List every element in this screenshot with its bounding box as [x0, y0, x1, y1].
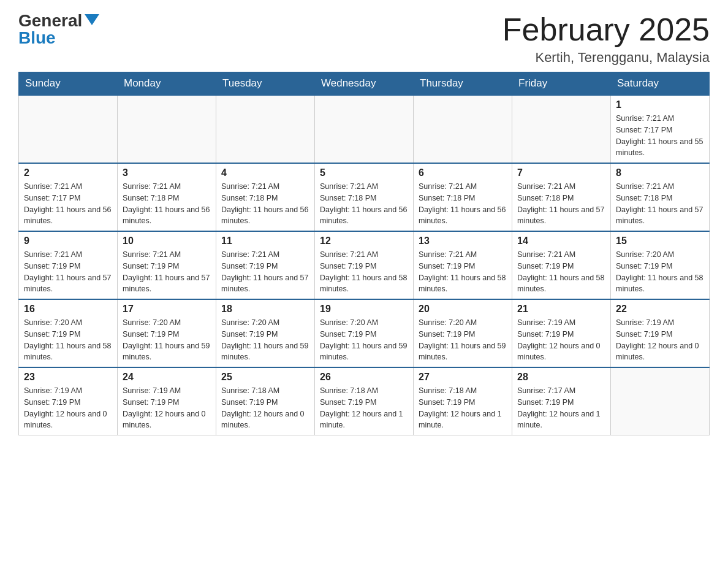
day-info: Sunrise: 7:21 AMSunset: 7:18 PMDaylight:…	[320, 181, 408, 227]
calendar-day-cell: 17 Sunrise: 7:20 AMSunset: 7:19 PMDaylig…	[118, 299, 216, 367]
title-block: February 2025 Kertih, Terengganu, Malays…	[502, 12, 710, 66]
calendar-day-cell: 13 Sunrise: 7:21 AMSunset: 7:19 PMDaylig…	[414, 231, 512, 299]
day-info: Sunrise: 7:18 AMSunset: 7:19 PMDaylight:…	[419, 385, 507, 431]
day-number: 18	[221, 304, 309, 315]
calendar-day-cell: 5 Sunrise: 7:21 AMSunset: 7:18 PMDayligh…	[315, 163, 414, 231]
calendar-day-cell: 6 Sunrise: 7:21 AMSunset: 7:18 PMDayligh…	[414, 163, 512, 231]
calendar-day-cell: 4 Sunrise: 7:21 AMSunset: 7:18 PMDayligh…	[216, 163, 315, 231]
day-info: Sunrise: 7:21 AMSunset: 7:18 PMDaylight:…	[616, 181, 704, 227]
calendar-day-cell: 7 Sunrise: 7:21 AMSunset: 7:18 PMDayligh…	[512, 163, 611, 231]
day-info: Sunrise: 7:20 AMSunset: 7:19 PMDaylight:…	[123, 317, 211, 363]
day-info: Sunrise: 7:19 AMSunset: 7:19 PMDaylight:…	[616, 317, 704, 363]
day-info: Sunrise: 7:21 AMSunset: 7:18 PMDaylight:…	[221, 181, 309, 227]
day-number: 2	[24, 167, 112, 178]
day-number: 1	[616, 99, 704, 110]
calendar-day-cell: 19 Sunrise: 7:20 AMSunset: 7:19 PMDaylig…	[315, 299, 414, 367]
day-number: 28	[517, 372, 605, 383]
day-number: 20	[419, 304, 507, 315]
calendar-day-cell: 22 Sunrise: 7:19 AMSunset: 7:19 PMDaylig…	[611, 299, 710, 367]
calendar-day-cell: 11 Sunrise: 7:21 AMSunset: 7:19 PMDaylig…	[216, 231, 315, 299]
calendar-day-cell: 20 Sunrise: 7:20 AMSunset: 7:19 PMDaylig…	[414, 299, 512, 367]
day-info: Sunrise: 7:18 AMSunset: 7:19 PMDaylight:…	[320, 385, 408, 431]
calendar-day-cell: 18 Sunrise: 7:20 AMSunset: 7:19 PMDaylig…	[216, 299, 315, 367]
calendar-day-cell: 9 Sunrise: 7:21 AMSunset: 7:19 PMDayligh…	[19, 231, 118, 299]
day-info: Sunrise: 7:20 AMSunset: 7:19 PMDaylight:…	[221, 317, 309, 363]
day-number: 26	[320, 372, 408, 383]
week-row-3: 9 Sunrise: 7:21 AMSunset: 7:19 PMDayligh…	[19, 231, 710, 299]
logo-general-text: General	[18, 12, 99, 29]
day-info: Sunrise: 7:21 AMSunset: 7:19 PMDaylight:…	[419, 249, 507, 295]
day-number: 27	[419, 372, 507, 383]
calendar-day-cell	[512, 95, 611, 163]
calendar-day-cell: 25 Sunrise: 7:18 AMSunset: 7:19 PMDaylig…	[216, 367, 315, 435]
col-monday: Monday	[118, 72, 216, 96]
day-number: 19	[320, 304, 408, 315]
day-info: Sunrise: 7:20 AMSunset: 7:19 PMDaylight:…	[616, 249, 704, 295]
calendar-day-cell: 21 Sunrise: 7:19 AMSunset: 7:19 PMDaylig…	[512, 299, 611, 367]
day-info: Sunrise: 7:17 AMSunset: 7:19 PMDaylight:…	[517, 385, 605, 431]
week-row-1: 1 Sunrise: 7:21 AMSunset: 7:17 PMDayligh…	[19, 95, 710, 163]
day-number: 9	[24, 236, 112, 247]
day-number: 8	[616, 167, 704, 178]
day-info: Sunrise: 7:21 AMSunset: 7:18 PMDaylight:…	[517, 181, 605, 227]
calendar-day-cell	[414, 95, 512, 163]
day-number: 12	[320, 236, 408, 247]
day-number: 24	[123, 372, 211, 383]
calendar-day-cell	[611, 367, 710, 435]
col-friday: Friday	[512, 72, 611, 96]
day-info: Sunrise: 7:21 AMSunset: 7:17 PMDaylight:…	[616, 113, 704, 159]
day-number: 6	[419, 167, 507, 178]
logo: General Blue	[18, 12, 99, 47]
location-title: Kertih, Terengganu, Malaysia	[502, 50, 710, 66]
calendar-day-cell: 12 Sunrise: 7:21 AMSunset: 7:19 PMDaylig…	[315, 231, 414, 299]
day-info: Sunrise: 7:21 AMSunset: 7:19 PMDaylight:…	[123, 249, 211, 295]
day-number: 5	[320, 167, 408, 178]
day-info: Sunrise: 7:21 AMSunset: 7:19 PMDaylight:…	[320, 249, 408, 295]
day-number: 3	[123, 167, 211, 178]
day-info: Sunrise: 7:20 AMSunset: 7:19 PMDaylight:…	[320, 317, 408, 363]
day-info: Sunrise: 7:20 AMSunset: 7:19 PMDaylight:…	[24, 317, 112, 363]
calendar-day-cell: 3 Sunrise: 7:21 AMSunset: 7:18 PMDayligh…	[118, 163, 216, 231]
calendar-header-row: Sunday Monday Tuesday Wednesday Thursday…	[19, 72, 710, 96]
col-wednesday: Wednesday	[315, 72, 414, 96]
calendar-table: Sunday Monday Tuesday Wednesday Thursday…	[18, 72, 710, 435]
day-number: 25	[221, 372, 309, 383]
day-info: Sunrise: 7:20 AMSunset: 7:19 PMDaylight:…	[419, 317, 507, 363]
calendar-day-cell	[19, 95, 118, 163]
calendar-day-cell: 23 Sunrise: 7:19 AMSunset: 7:19 PMDaylig…	[19, 367, 118, 435]
day-number: 7	[517, 167, 605, 178]
day-info: Sunrise: 7:18 AMSunset: 7:19 PMDaylight:…	[221, 385, 309, 431]
calendar-day-cell: 16 Sunrise: 7:20 AMSunset: 7:19 PMDaylig…	[19, 299, 118, 367]
day-number: 17	[123, 304, 211, 315]
calendar-day-cell: 2 Sunrise: 7:21 AMSunset: 7:17 PMDayligh…	[19, 163, 118, 231]
day-number: 21	[517, 304, 605, 315]
col-sunday: Sunday	[19, 72, 118, 96]
day-info: Sunrise: 7:21 AMSunset: 7:19 PMDaylight:…	[24, 249, 112, 295]
logo-triangle-icon	[85, 14, 99, 25]
day-info: Sunrise: 7:19 AMSunset: 7:19 PMDaylight:…	[517, 317, 605, 363]
day-info: Sunrise: 7:21 AMSunset: 7:18 PMDaylight:…	[123, 181, 211, 227]
calendar-day-cell: 28 Sunrise: 7:17 AMSunset: 7:19 PMDaylig…	[512, 367, 611, 435]
day-number: 10	[123, 236, 211, 247]
day-info: Sunrise: 7:19 AMSunset: 7:19 PMDaylight:…	[24, 385, 112, 431]
day-info: Sunrise: 7:21 AMSunset: 7:18 PMDaylight:…	[419, 181, 507, 227]
day-info: Sunrise: 7:21 AMSunset: 7:17 PMDaylight:…	[24, 181, 112, 227]
day-info: Sunrise: 7:21 AMSunset: 7:19 PMDaylight:…	[221, 249, 309, 295]
col-thursday: Thursday	[414, 72, 512, 96]
week-row-2: 2 Sunrise: 7:21 AMSunset: 7:17 PMDayligh…	[19, 163, 710, 231]
calendar-day-cell: 10 Sunrise: 7:21 AMSunset: 7:19 PMDaylig…	[118, 231, 216, 299]
calendar-day-cell: 26 Sunrise: 7:18 AMSunset: 7:19 PMDaylig…	[315, 367, 414, 435]
calendar-day-cell	[315, 95, 414, 163]
col-tuesday: Tuesday	[216, 72, 315, 96]
page-header: General Blue February 2025 Kertih, Teren…	[18, 12, 710, 66]
calendar-day-cell: 27 Sunrise: 7:18 AMSunset: 7:19 PMDaylig…	[414, 367, 512, 435]
day-info: Sunrise: 7:19 AMSunset: 7:19 PMDaylight:…	[123, 385, 211, 431]
day-number: 15	[616, 236, 704, 247]
day-number: 23	[24, 372, 112, 383]
day-number: 4	[221, 167, 309, 178]
col-saturday: Saturday	[611, 72, 710, 96]
calendar-day-cell: 15 Sunrise: 7:20 AMSunset: 7:19 PMDaylig…	[611, 231, 710, 299]
day-number: 14	[517, 236, 605, 247]
week-row-5: 23 Sunrise: 7:19 AMSunset: 7:19 PMDaylig…	[19, 367, 710, 435]
calendar-day-cell: 24 Sunrise: 7:19 AMSunset: 7:19 PMDaylig…	[118, 367, 216, 435]
